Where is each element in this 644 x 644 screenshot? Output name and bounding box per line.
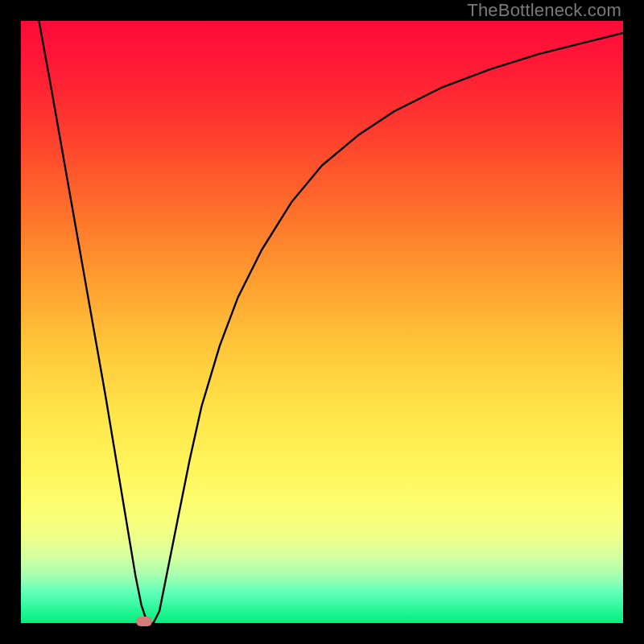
bottleneck-curve xyxy=(39,21,623,623)
curve-layer xyxy=(21,21,623,623)
watermark-text: TheBottleneck.com xyxy=(467,0,621,21)
optimal-marker xyxy=(136,617,152,626)
chart-frame: TheBottleneck.com xyxy=(0,0,644,644)
